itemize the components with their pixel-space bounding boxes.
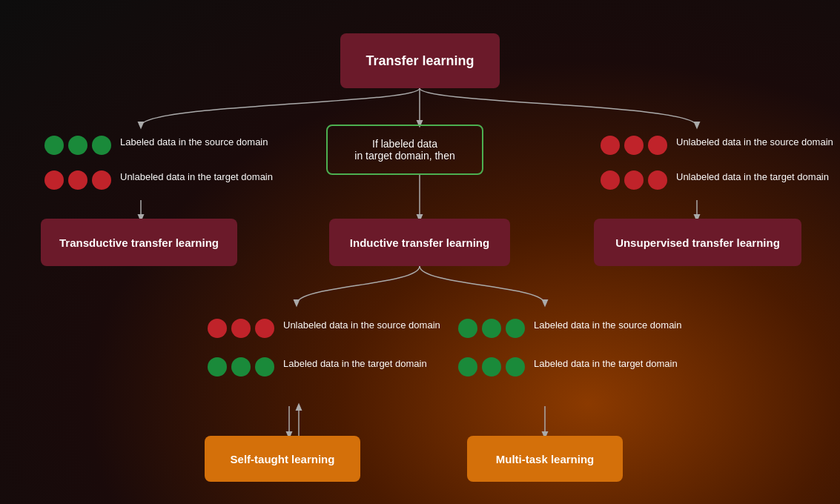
dot-green-br1 [458,319,477,338]
transfer-learning-node: Transfer learning [340,33,500,88]
dot-green-bl1 [208,357,227,377]
multitask-node: Multi-task learning [467,436,623,482]
right-red-dots-2 [601,170,667,190]
inductive-label: Inductive transfer learning [350,236,489,249]
dot-red-r6 [648,170,667,190]
dot-green-br2 [482,319,501,338]
transductive-label: Transductive transfer learning [59,236,219,249]
bottom-right-green-dots-2 [458,357,525,377]
condition-label: If labeled data in target domain, then [354,138,454,162]
diagram-container: Transfer learning Labeled data in the so… [0,0,840,504]
dot-green-br5 [482,357,501,377]
unsupervised-node: Unsupervised transfer learning [594,219,801,266]
selftaught-label: Self-taught learning [231,453,335,465]
dot-red-2 [68,170,87,190]
transfer-learning-label: Transfer learning [366,53,474,69]
right-red-dots-1 [601,136,667,155]
dot-red-bl2 [231,319,251,338]
multitask-label: Multi-task learning [496,453,595,465]
dot-red-r1 [601,136,620,155]
bottom-left-green-dots [208,357,274,377]
bottom-left-unlabeled-source-label: Unlabeled data in the source domain [283,319,440,332]
left-unlabeled-target-label: Unlabeled data in the target domain [120,170,273,184]
bottom-right-labeled-target-label: Labeled data in the target domain [534,357,678,371]
right-unlabeled-target-label: Unlabeled data in the target domain [676,170,829,184]
condition-node: If labeled data in target domain, then [326,125,483,175]
dot-green-br6 [506,357,525,377]
selftaught-node: Self-taught learning [205,436,360,482]
dot-green-2 [68,136,87,155]
dot-red-bl3 [255,319,274,338]
bottom-left-labeled-target-label: Labeled data in the target domain [283,357,427,371]
dot-green-br3 [506,319,525,338]
dot-red-r3 [648,136,667,155]
left-green-dots [44,136,111,155]
transductive-node: Transductive transfer learning [41,219,237,266]
bottom-left-red-dots [208,319,274,338]
dot-red-1 [44,170,64,190]
bottom-right-labeled-source-label: Labeled data in the source domain [534,319,681,332]
right-unlabeled-source-label: Unlabeled data in the source domain [676,136,833,149]
left-labeled-source-label: Labeled data in the source domain [120,136,268,149]
bottom-right-green-dots-1 [458,319,525,338]
dot-red-3 [92,170,111,190]
dot-green-bl3 [255,357,274,377]
dot-green-1 [44,136,64,155]
dot-green-br4 [458,357,477,377]
unsupervised-label: Unsupervised transfer learning [615,236,780,249]
inductive-node: Inductive transfer learning [329,219,510,266]
dot-red-bl1 [208,319,227,338]
dot-green-3 [92,136,111,155]
dot-red-r5 [624,170,644,190]
dot-green-bl2 [231,357,251,377]
left-red-dots [44,170,111,190]
dot-red-r4 [601,170,620,190]
dot-red-r2 [624,136,644,155]
